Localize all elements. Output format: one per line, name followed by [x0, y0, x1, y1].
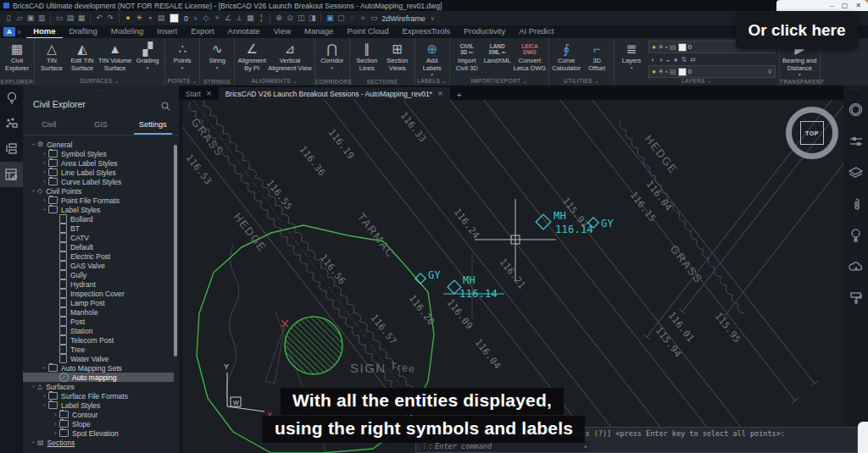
save-as-icon[interactable]: ▥: [36, 13, 47, 24]
ribbon-group-label[interactable]: SECTIONS: [350, 79, 415, 85]
ribbon-button-vertical-alignment-view[interactable]: ⊿Vertical Alignment View: [267, 40, 313, 73]
structure-icon[interactable]: [0, 136, 23, 162]
document-tab-start[interactable]: Start✕: [179, 87, 219, 100]
tree-item-civil-points[interactable]: ›◇Civil Points: [23, 186, 174, 196]
ribbon-group-label[interactable]: UTILITIES ⌄: [549, 78, 614, 85]
expand-chevron-icon[interactable]: ›: [42, 364, 47, 372]
tree-item-catv[interactable]: CATV: [23, 233, 174, 242]
menu-tab-annotate[interactable]: Annotate: [221, 25, 267, 37]
tree-item-curve-label-styles[interactable]: ›Curve Label Styles: [23, 177, 174, 186]
ribbon-group-label[interactable]: ALIGNMENTS ⌄: [235, 78, 314, 85]
tree-item-surface-file-formats[interactable]: ›Surface File Formats: [23, 391, 174, 401]
maximize-button[interactable]: ▢: [842, 2, 849, 9]
ribbon-group-label[interactable]: LABELS ⌄: [415, 78, 449, 85]
tree-item-post[interactable]: Post: [23, 317, 174, 326]
ribbon-button-section-views[interactable]: ⊞Section Views: [382, 40, 413, 73]
expand-chevron-icon[interactable]: ›: [41, 393, 48, 399]
expand-chevron-icon[interactable]: ›: [52, 430, 59, 436]
tree-item-gully[interactable]: Gully: [23, 270, 174, 279]
ribbon-button-civil-explorer[interactable]: ▦Civil Explorer: [2, 40, 32, 73]
layer-tool-icon[interactable]: ⇄: [690, 56, 696, 64]
attachment-icon[interactable]: [843, 188, 868, 219]
tree-item-lamp-post[interactable]: Lamp Post: [23, 298, 174, 307]
ribbon-button-corridor[interactable]: ⋂Corridor▾: [317, 40, 348, 70]
tree-item-default[interactable]: Default: [23, 242, 174, 251]
tree-item-line-label-styles[interactable]: ›Line Label Styles: [23, 168, 174, 177]
expand-chevron-icon[interactable]: ›: [31, 383, 36, 390]
tree-item-tree[interactable]: Tree: [23, 345, 174, 354]
ribbon-button-tin-surface[interactable]: △TIN Surface: [36, 40, 67, 73]
tree-item-point-file-formats[interactable]: ›Point File Formats: [23, 196, 174, 205]
ribbon-button-points[interactable]: ∴Points▾: [167, 40, 198, 70]
tree-item-auto-mapping-sets[interactable]: ›Auto Mapping Sets: [23, 363, 174, 373]
view-navigation-wheel[interactable]: TOP: [786, 107, 838, 159]
expand-chevron-icon[interactable]: ›: [31, 141, 36, 148]
chevron-down-icon[interactable]: ∨: [17, 29, 21, 36]
tree-item-bt[interactable]: BT: [23, 224, 174, 233]
tree-item-electric-post[interactable]: Electric Post: [23, 251, 174, 261]
nav-cube-icon[interactable]: [843, 94, 868, 125]
ribbon-group-label[interactable]: POINTS ⌄: [165, 78, 199, 85]
layer-freeze-icon[interactable]: ☀: [658, 43, 664, 51]
menu-tab-drafting[interactable]: Drafting: [63, 25, 104, 37]
ribbon-group-label[interactable]: STRINGS: [200, 79, 234, 85]
render-icon[interactable]: ◨: [307, 13, 317, 24]
new-tab-button[interactable]: +: [450, 91, 469, 100]
layer-tool-icon[interactable]: ◑: [659, 56, 663, 64]
close-icon[interactable]: ✕: [206, 90, 212, 97]
close-button[interactable]: ✕: [855, 2, 861, 9]
sliders-icon[interactable]: [843, 125, 868, 157]
publish-icon[interactable]: ▦: [76, 13, 86, 24]
layer-freeze-icon[interactable]: ☀: [134, 13, 144, 24]
chevron-down-icon[interactable]: ∨: [193, 15, 198, 22]
tree-item-area-label-styles[interactable]: ›Area Label Styles: [23, 158, 174, 168]
expand-chevron-icon[interactable]: ›: [41, 179, 48, 185]
ribbon-button-alignment-by-pi[interactable]: ∠Alignment By PI: [236, 40, 267, 73]
ribbon-group-label[interactable]: EXPLORER: [0, 79, 34, 85]
command-history-toggle[interactable]: ▴: [584, 443, 587, 450]
tree-item-auto-mapping[interactable]: ✓Auto mapping: [23, 373, 174, 382]
panel-drag-handle[interactable]: ····: [94, 88, 105, 94]
search-icon[interactable]: [161, 99, 170, 114]
color-swatch[interactable]: [678, 68, 687, 76]
panel-tab-gis[interactable]: GIS: [75, 116, 126, 135]
ribbon-button-3d-offset[interactable]: ⌐3D Offset: [581, 40, 612, 73]
table-icon[interactable]: ▣: [325, 13, 335, 24]
expand-chevron-icon[interactable]: ›: [41, 169, 48, 175]
gear-icon[interactable]: ◌: [347, 13, 357, 24]
menu-tab-export[interactable]: Export: [184, 25, 220, 37]
layer-tool-icon[interactable]: ●: [674, 56, 678, 64]
ribbon-button-landxml[interactable]: LAND XML ⇐LandXML: [482, 40, 513, 66]
expand-chevron-icon[interactable]: ›: [52, 421, 59, 427]
new-file-icon[interactable]: ▯: [3, 13, 14, 24]
panel-drag-handle[interactable]: ····: [843, 86, 868, 94]
ribbon-group-label[interactable]: SURFACES ⌄: [35, 78, 164, 85]
menu-tab-productivity[interactable]: Productivity: [457, 25, 512, 37]
ribbon-button-convert-leica-dwg[interactable]: LEICA DWGConvert Leica DWG: [513, 40, 547, 73]
paint-roller-icon[interactable]: [843, 282, 868, 313]
tree-item-sections[interactable]: ›▤Sections: [23, 438, 174, 447]
ribbon-button-curve-calculator[interactable]: ∮Curve Calculator: [551, 40, 581, 73]
expand-chevron-icon[interactable]: ›: [31, 439, 36, 446]
snap-track-icon[interactable]: +: [212, 13, 222, 24]
tree-item-spot-elevation[interactable]: ›Spot Elevation: [23, 428, 174, 438]
layer-plot-icon[interactable]: ▤: [156, 13, 166, 24]
open-file-icon[interactable]: ▱: [14, 13, 25, 24]
layer-tool-icon[interactable]: ⇅: [681, 56, 687, 64]
menu-tab-ai-predict[interactable]: AI Predict: [512, 25, 560, 37]
point-cloud-icon[interactable]: [0, 111, 23, 136]
tree-item-bollard[interactable]: Bollard: [23, 214, 174, 224]
undo-icon[interactable]: ↶: [94, 13, 104, 24]
close-icon[interactable]: ✕: [437, 90, 443, 97]
tree-item-symbol-styles[interactable]: ›Symbol Styles: [23, 149, 174, 158]
expand-chevron-icon[interactable]: ›: [41, 197, 48, 203]
balloon-icon[interactable]: [843, 219, 868, 251]
ribbon-button-string[interactable]: ∿String▾: [202, 40, 232, 70]
settings-icon[interactable]: ◫: [296, 13, 306, 24]
esnap-icon[interactable]: ◇: [201, 13, 211, 24]
tree-item-surfaces[interactable]: ›△Surfaces: [23, 382, 174, 391]
expand-chevron-icon[interactable]: ›: [42, 401, 47, 409]
civil-explorer-icon[interactable]: [0, 162, 23, 187]
dyn-dim-icon[interactable]: ¦: [256, 13, 266, 24]
layer-lock-icon[interactable]: ▪: [145, 13, 155, 24]
